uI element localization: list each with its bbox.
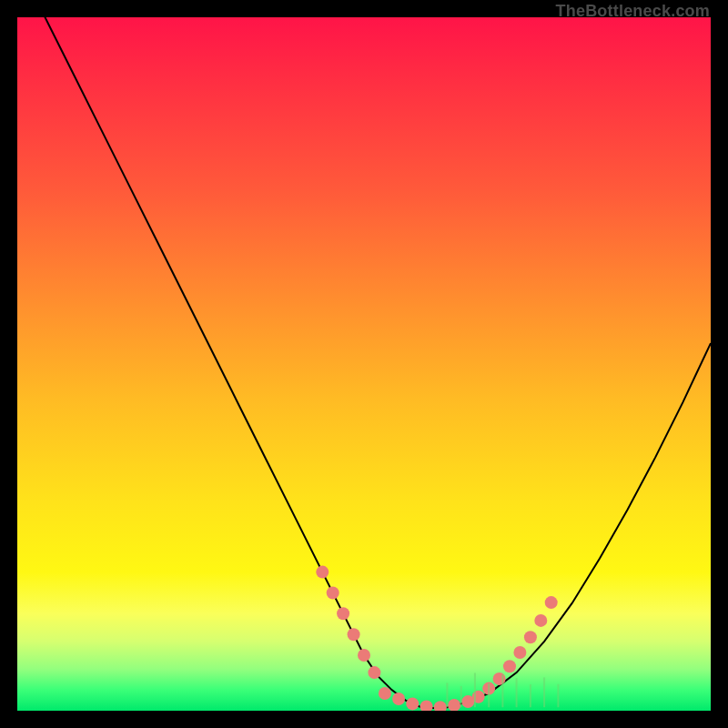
highlight-dot <box>406 697 419 710</box>
highlight-dot <box>368 666 380 679</box>
plot-area <box>17 17 711 711</box>
highlight-dot <box>420 700 433 711</box>
highlight-dot <box>379 687 391 700</box>
highlight-dot <box>472 691 485 703</box>
highlight-dot <box>327 587 339 600</box>
highlight-dot <box>493 672 506 685</box>
highlight-dot <box>316 566 329 579</box>
highlight-dots-layer <box>17 17 711 711</box>
watermark-text: TheBottleneck.com <box>556 2 710 21</box>
highlight-dot <box>534 614 547 627</box>
highlight-dot <box>392 693 405 705</box>
highlight-dot <box>434 701 447 711</box>
chart-frame: TheBottleneck.com <box>0 0 728 728</box>
highlight-dot <box>337 607 349 620</box>
highlight-dot <box>348 628 360 641</box>
highlight-dot <box>503 660 516 672</box>
optimal-range-dots <box>316 566 557 711</box>
highlight-dot <box>448 699 460 711</box>
highlight-dot <box>524 631 537 643</box>
highlight-dot <box>358 649 370 662</box>
highlight-dot <box>545 596 558 609</box>
highlight-dot <box>513 646 526 659</box>
